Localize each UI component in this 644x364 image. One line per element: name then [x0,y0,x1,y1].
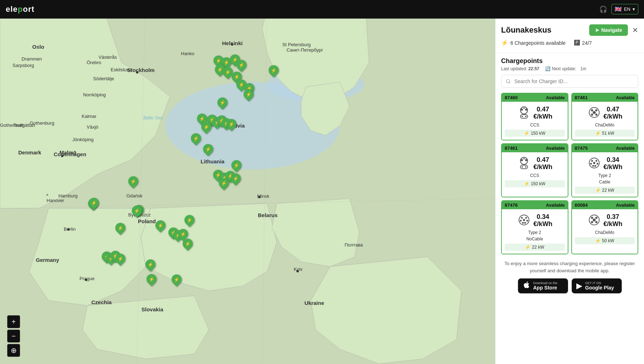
apple-icon [523,281,530,291]
charger-power: ⚡ 50 kW [575,237,635,244]
svg-point-40 [527,220,528,222]
svg-point-27 [525,166,527,168]
svg-point-33 [592,165,594,167]
power-value: 22 kW [532,245,544,250]
svg-point-31 [590,163,592,165]
charger-card-body: 0.37€/kWh ChaDeMo ⚡ 50 kW [572,209,638,247]
app-store-small: Download on the [533,281,558,285]
navigate-button[interactable]: ➤ Navigate [589,24,628,36]
zoom-in-button[interactable]: + [7,315,20,328]
charger-power: ⚡ 150 kW [505,130,565,137]
charger-status: Available [616,146,635,151]
charger-card-body: 0.34€/kWh Type 2 Cable ⚡ 22 kW [572,152,638,197]
charger-id: 87475 [575,145,588,151]
close-button[interactable]: ✕ [632,27,638,34]
bolt-icon: ⚡ [525,245,530,250]
svg-point-10 [525,109,527,111]
charger-card[interactable]: 87460 Available 0.47€/kWh CCS ⚡ 150 kW [501,93,568,140]
app-badges: Download on the App Store ▶ GET IT ON Go… [501,278,638,298]
charger-card[interactable]: 87461 Available 0.47€/kWh CCS ⚡ 150 kW [501,143,568,197]
headset-icon[interactable]: 🎧 [599,5,607,13]
connector-type: Type 2 [528,230,541,235]
zoom-out-button[interactable]: − [7,330,20,343]
charger-id: 87476 [505,202,518,208]
connector-icon [587,156,601,172]
svg-point-48 [595,221,597,223]
svg-point-39 [520,220,522,222]
svg-point-32 [596,163,598,165]
logo: eleport [6,5,34,14]
chevron-down-icon: ▾ [633,6,635,12]
header-right: 🎧 🇬🇧 EN ▾ [599,4,638,14]
charger-card-body: 0.47€/kWh CCS ⚡ 150 kW [502,102,568,140]
connector-icon [517,105,531,121]
connector-type: ChaDeMo [595,123,614,128]
charger-id: 87461 [575,95,588,100]
google-play-badge[interactable]: ▶ GET IT ON Google Play [572,278,622,293]
charger-card-header: 87461 Available [572,94,638,102]
svg-point-19 [595,114,597,116]
bolt-icon: ⚡ [524,181,529,186]
charger-power: ⚡ 150 kW [505,180,565,187]
charger-card-body: 0.34€/kWh Type 2 NoCable ⚡ 22 kW [502,209,568,254]
chargepoints-section: Chargepoints Last updated: 22:57 🔄 Next … [501,57,638,254]
power-value: 51 kW [602,131,614,136]
location-title: Lõunakeskus [501,25,552,35]
svg-point-35 [593,162,595,164]
charger-card[interactable]: 87475 Available 0.34€/kWh Type 2 Cable ⚡ [571,143,639,197]
google-play-small: GET IT ON [585,281,614,285]
city-dot-copenhagen [61,155,64,157]
header: eleport 🎧 🇬🇧 EN ▾ [0,0,644,19]
bolt-icon: ⚡ [524,131,529,136]
svg-point-20 [593,111,596,114]
bolt-icon: ⚡ [595,188,601,193]
locate-button[interactable]: ⊕ [7,344,20,357]
charger-card[interactable]: 87461 Available 0.47€/kWh ChaDeMo ⚡ 51 k… [571,93,639,140]
google-play-large: Google Play [585,285,614,291]
city-dot-berlin [67,228,70,231]
charger-power: ⚡ 51 kW [575,130,635,137]
svg-point-49 [593,219,596,221]
charger-grid: 87460 Available 0.47€/kWh CCS ⚡ 150 kW [501,93,638,254]
chargepoints-icon: ⚡ [501,39,508,46]
section-title-row: Chargepoints [501,57,638,65]
section-title: Chargepoints [501,57,543,65]
chargepoints-meta: ⚡ 6 Chargepoints available [501,39,566,46]
charger-power: ⚡ 22 kW [505,244,565,251]
main-content: Oslo Drammen Sarpsborg Västerås Örebro S… [0,19,644,364]
svg-point-9 [521,109,523,111]
svg-point-38 [525,217,527,219]
map-controls: + − ⊕ [7,315,20,357]
charger-card-header: 87476 Available [502,201,568,209]
connector-type: CCS [530,173,539,178]
charger-price: 0.34€/kWh [604,157,623,171]
charger-card[interactable]: 60084 Available 0.37€/kWh ChaDeMo ⚡ 50 k… [571,200,639,254]
charger-id: 60084 [575,202,588,208]
city-dot-kyiv [297,270,299,273]
connector-type: ChaDeMo [595,230,614,235]
search-charger-input[interactable] [501,75,638,88]
bolt-icon: ⚡ [595,238,601,243]
hours-meta: 🅿 24/7 [574,40,592,46]
charger-id: 87460 [505,95,518,100]
map-area[interactable]: Oslo Drammen Sarpsborg Västerås Örebro S… [0,19,495,364]
connector-icon [517,213,531,229]
svg-point-17 [595,109,597,111]
panel-title-row: Lõunakeskus ➤ Navigate ✕ [501,24,638,36]
bolt-icon: ⚡ [595,131,601,136]
svg-point-34 [594,165,596,167]
city-dot-hamburg [47,194,48,196]
charger-card[interactable]: 87476 Available 0.34€/kWh Type 2 NoCable… [501,200,568,254]
power-value: 50 kW [602,238,614,243]
svg-point-37 [521,217,523,219]
last-updated: Last updated: 22:57 [501,66,539,71]
right-panel: Lõunakeskus ➤ Navigate ✕ ⚡ 6 Chargepoint… [495,19,644,364]
svg-point-43 [523,219,525,221]
app-store-large: App Store [533,285,558,291]
language-selector[interactable]: 🇬🇧 EN ▾ [611,4,638,14]
lang-code: EN [624,6,630,12]
city-dot-prague [85,279,87,281]
app-store-badge[interactable]: Download on the App Store [518,278,568,293]
svg-point-30 [595,160,597,162]
promo-text: To enjoy a more seamless charging experi… [501,260,638,274]
